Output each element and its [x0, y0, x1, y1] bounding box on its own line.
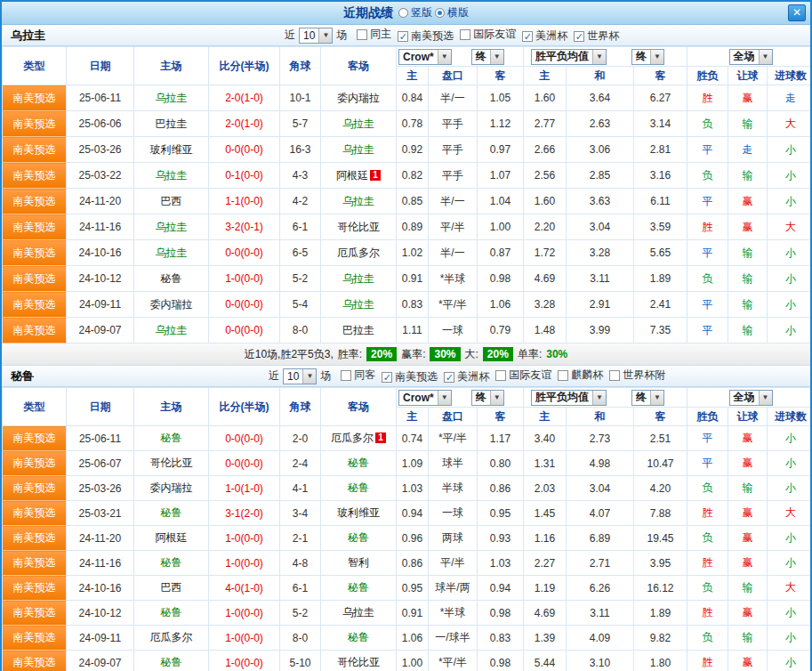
checkbox-checked-icon[interactable]: ✓ — [398, 31, 408, 42]
filter-checkbox-2[interactable]: ✓美洲杯 — [444, 369, 489, 384]
company-select[interactable]: Crow*▼ — [398, 49, 452, 65]
col-let: 让球 — [728, 408, 768, 426]
corner-score: 4-1 — [280, 476, 321, 501]
result-goals: 小 — [768, 240, 812, 266]
filter-checkbox-3[interactable]: ✓美洲杯 — [522, 28, 567, 44]
league-type: 南美预选 — [3, 551, 67, 576]
corner-score: 16-3 — [280, 137, 321, 163]
result-handicap: 赢 — [728, 426, 768, 451]
checkbox-checked-icon[interactable]: ✓ — [444, 372, 454, 383]
euro-lose-odds: 1.80 — [634, 651, 687, 671]
away-team: 哥伦比亚 — [321, 651, 397, 671]
horizontal-layout-label[interactable]: 横版 — [447, 5, 469, 20]
home-team: 玻利维亚 — [134, 137, 209, 163]
checkbox-unchecked-icon[interactable] — [460, 29, 470, 40]
result-goals: 小 — [768, 266, 812, 292]
filter-checkbox-0[interactable]: 同客 — [341, 368, 375, 383]
match-date: 24-11-16 — [67, 214, 134, 240]
asian-handicap: 半/一 — [429, 85, 478, 111]
avg-odds-select[interactable]: 胜平负均值▼ — [531, 390, 607, 406]
checkbox-label: 同客 — [354, 368, 375, 383]
league-type: 南美预选 — [3, 601, 67, 626]
result-goals: 小 — [768, 318, 812, 344]
filter-checkbox-0[interactable]: 同主 — [357, 27, 391, 42]
col-goals: 进球数 — [768, 67, 812, 85]
score: 1-0(1-0) — [209, 476, 280, 501]
match-row: 南美预选24-10-12秘鲁1-0(0-0)5-2乌拉圭0.91*半球0.984… — [3, 601, 812, 626]
avg-odds-select[interactable]: 胜平负均值▼ — [531, 49, 607, 65]
checkbox-checked-icon[interactable]: ✓ — [574, 31, 584, 42]
league-type: 南美预选 — [3, 111, 67, 137]
near-count-select[interactable]: 10▼ — [283, 368, 317, 384]
match-date: 25-03-26 — [67, 137, 134, 163]
close-button[interactable]: ✕ — [788, 4, 806, 21]
league-type: 南美预选 — [3, 318, 67, 344]
result-handicap: 赢 — [728, 189, 768, 214]
final-euro-select[interactable]: 终▼ — [631, 49, 664, 65]
select-value: Crow* — [399, 50, 438, 64]
filter-bar: 近 10▼ 场 同客✓南美预选✓美洲杯国际友谊麒麟杯世界杯附 — [269, 368, 665, 384]
asian-home-odds: 0.91 — [397, 266, 429, 292]
select-value: 终 — [472, 391, 490, 405]
result-handicap: 输 — [728, 240, 768, 266]
checkbox-checked-icon[interactable]: ✓ — [522, 31, 533, 42]
euro-draw-odds: 3.10 — [567, 651, 634, 671]
euro-draw-odds: 6.26 — [567, 576, 634, 601]
result-wdl: 负 — [687, 526, 728, 551]
euro-draw-odds: 3.28 — [567, 240, 634, 266]
vertical-layout-label[interactable]: 竖版 — [411, 5, 432, 20]
vertical-layout-radio[interactable] — [398, 8, 408, 18]
checkbox-unchecked-icon[interactable] — [341, 370, 351, 381]
col-wdl: 胜负 — [687, 67, 728, 85]
filter-checkbox-4[interactable]: 麒麟杯 — [558, 368, 603, 383]
col-date: 日期 — [67, 388, 134, 426]
result-handicap: 输 — [728, 163, 768, 189]
score: 4-0(1-0) — [209, 576, 280, 601]
result-goals: 小 — [768, 626, 812, 651]
euro-lose-odds: 6.27 — [634, 85, 687, 111]
scope-select[interactable]: 全场▼ — [729, 49, 773, 65]
euro-draw-odds: 2.91 — [567, 292, 634, 318]
away-team: 乌拉圭 — [321, 266, 397, 292]
match-row: 南美预选24-09-07秘鲁1-0(0-0)5-10哥伦比亚1.00*平/半0.… — [3, 651, 812, 671]
league-type: 南美预选 — [3, 501, 67, 526]
euro-lose-odds: 3.16 — [634, 163, 687, 189]
result-goals: 大 — [768, 214, 812, 240]
filter-checkbox-1[interactable]: ✓南美预选 — [382, 369, 438, 384]
asian-handicap: *平/半 — [429, 292, 478, 318]
company-select[interactable]: Crow*▼ — [398, 390, 452, 406]
checkbox-unchecked-icon[interactable] — [558, 370, 568, 381]
col-asian-home: 主 — [397, 408, 429, 426]
filter-checkbox-3[interactable]: 国际友谊 — [495, 368, 551, 383]
filter-checkbox-1[interactable]: ✓南美预选 — [398, 28, 454, 44]
col-corner: 角球 — [280, 47, 321, 85]
checkbox-checked-icon[interactable]: ✓ — [382, 372, 392, 383]
result-goals: 小 — [768, 526, 812, 551]
result-header: 全场▼ — [687, 388, 812, 408]
euro-draw-odds: 3.11 — [567, 266, 634, 292]
final-asian-select[interactable]: 终▼ — [471, 49, 504, 65]
corner-score: 6-1 — [280, 576, 321, 601]
filter-checkbox-5[interactable]: 世界杯附 — [609, 368, 665, 383]
asian-home-odds: 0.94 — [397, 501, 429, 526]
match-date: 24-10-16 — [67, 240, 134, 266]
team-name: 乌拉圭 — [2, 28, 54, 44]
checkbox-unchecked-icon[interactable] — [495, 370, 506, 381]
final-euro-select[interactable]: 终▼ — [631, 390, 664, 406]
scope-select[interactable]: 全场▼ — [729, 390, 773, 406]
final-asian-select[interactable]: 终▼ — [471, 390, 504, 406]
checkbox-unchecked-icon[interactable] — [357, 29, 367, 40]
match-date: 25-06-06 — [67, 111, 134, 137]
checkbox-unchecked-icon[interactable] — [609, 370, 620, 381]
match-date: 24-10-12 — [67, 266, 134, 292]
horizontal-layout-radio[interactable] — [435, 8, 445, 18]
near-count-select[interactable]: 10▼ — [299, 28, 333, 44]
cover-rate-badge: 30% — [430, 347, 460, 361]
result-handicap: 输 — [728, 476, 768, 501]
filter-checkbox-4[interactable]: ✓世界杯 — [574, 28, 619, 44]
filter-checkbox-2[interactable]: 国际友谊 — [460, 27, 516, 42]
checkbox-label: 美洲杯 — [457, 369, 489, 384]
match-row: 南美预选24-09-11厄瓜多尔1-0(0-0)8-0秘鲁1.06一/球半0.8… — [3, 626, 812, 651]
away-team: 厄瓜多尔1 — [321, 426, 397, 451]
match-row: 南美预选25-03-21秘鲁3-1(2-0)3-4玻利维亚0.94一球0.951… — [3, 501, 812, 526]
